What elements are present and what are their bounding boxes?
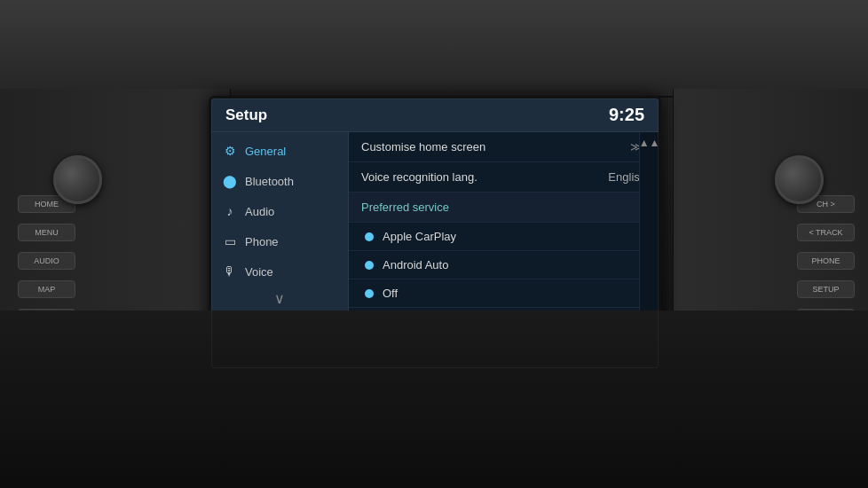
- android-auto-label: Android Auto: [383, 258, 448, 272]
- menu-button[interactable]: MENU: [18, 224, 75, 241]
- audio-button[interactable]: AUDIO: [18, 252, 75, 270]
- menu-label-voice: Voice: [245, 265, 273, 279]
- off-option[interactable]: Off: [349, 279, 659, 308]
- scroll-up-icon[interactable]: ▲▲: [639, 138, 660, 148]
- customise-row[interactable]: Customise home screen ⋙: [349, 132, 659, 162]
- customise-label: Customise home screen: [361, 140, 630, 153]
- menu-more[interactable]: ∨: [211, 287, 348, 311]
- chevron-down-icon: ∨: [274, 290, 285, 307]
- dashboard: HOME MENU AUDIO MAP POWER VOLUME CH > < …: [0, 0, 868, 488]
- screen-header: Setup 9:25: [211, 98, 659, 132]
- menu-item-audio[interactable]: ♪ Audio: [211, 196, 348, 226]
- apple-carplay-label: Apple CarPlay: [383, 230, 456, 243]
- right-knob[interactable]: [775, 155, 824, 204]
- off-radio: [365, 289, 374, 298]
- menu-item-voice[interactable]: 🎙 Voice: [211, 256, 348, 287]
- menu-item-bluetooth[interactable]: ⬤ Bluetooth: [211, 166, 348, 196]
- off-label: Off: [383, 287, 398, 300]
- dash-top: [0, 0, 868, 98]
- menu-item-general[interactable]: ⚙ General: [211, 136, 348, 166]
- voice-lang-row[interactable]: Voice recognition lang. English: [349, 162, 659, 193]
- bluetooth-icon: ⬤: [222, 174, 238, 188]
- menu-label-audio: Audio: [245, 205, 274, 218]
- android-auto-radio: [365, 261, 374, 270]
- phone-icon: ▭: [222, 234, 238, 248]
- preferred-service-header[interactable]: Preferred service ∧: [349, 193, 659, 223]
- voice-icon: 🎙: [222, 264, 238, 279]
- general-icon: ⚙: [222, 144, 238, 158]
- track-button[interactable]: < TRACK: [797, 224, 855, 241]
- menu-label-general: General: [245, 145, 286, 158]
- android-auto-option[interactable]: Android Auto: [349, 251, 659, 279]
- left-knob[interactable]: [53, 155, 102, 204]
- phone-button[interactable]: PHONE: [797, 252, 855, 270]
- menu-label-phone: Phone: [245, 235, 279, 248]
- preferred-service-label: Preferred service: [361, 201, 638, 214]
- voice-lang-label: Voice recognition lang.: [361, 170, 608, 184]
- apple-carplay-radio: [365, 232, 374, 241]
- setup-button[interactable]: SETUP: [797, 280, 855, 298]
- screen-title: Setup: [225, 106, 267, 124]
- screen-time: 9:25: [609, 105, 644, 125]
- menu-item-phone[interactable]: ▭ Phone: [211, 226, 348, 256]
- audio-icon: ♪: [222, 204, 238, 218]
- menu-label-bluetooth: Bluetooth: [245, 175, 294, 188]
- map-button[interactable]: MAP: [18, 280, 75, 298]
- apple-carplay-option[interactable]: Apple CarPlay: [349, 223, 659, 251]
- dash-bottom: [0, 311, 868, 488]
